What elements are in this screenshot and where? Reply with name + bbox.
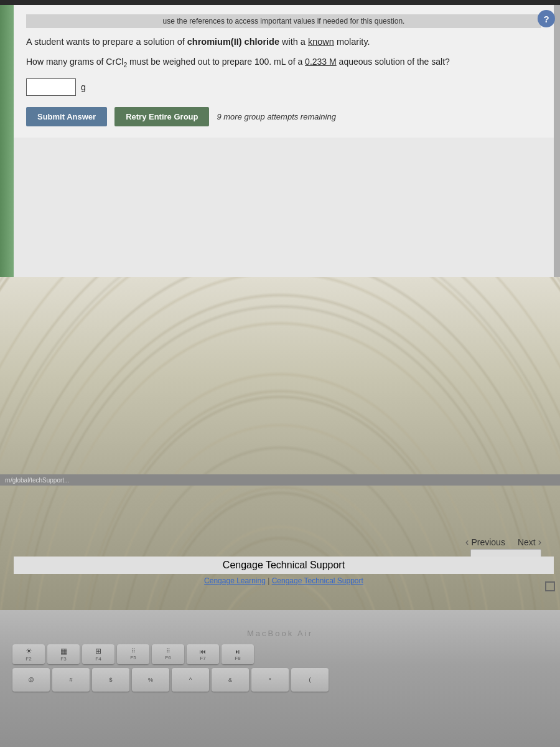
answer-input[interactable] (26, 78, 76, 96)
cengage-tech-support-btn[interactable]: Cengage Technical Support (14, 557, 554, 574)
open-paren-key[interactable]: ( (291, 668, 329, 692)
keyboard-rows: ☀ F2 ▦ F3 ⊞ F4 ⠿ F5 ⠿ F6 ⏮ F7 (12, 644, 548, 695)
browser-bar: rn/global/techSupport... (0, 474, 560, 486)
keyboard-area: MacBook Air ☀ F2 ▦ F3 ⊞ F4 ⠿ F5 ⠿ F6 (0, 610, 560, 747)
bottom-nav: ‹ Previous Next › (14, 537, 554, 548)
screen: › use the references to access important… (0, 0, 560, 610)
attempts-text: 9 more group attempts remaining (217, 112, 335, 121)
apps-icon: ⊞ (95, 647, 101, 655)
unit-label: g (81, 82, 86, 92)
kbd-bright-icon: ⠿ (131, 648, 136, 654)
submit-button[interactable]: Submit Answer (26, 107, 107, 126)
f4-label: F4 (95, 656, 101, 662)
dollar-key[interactable]: $ (92, 668, 129, 692)
underline-known: known (308, 37, 334, 47)
action-row: Submit Answer Retry Entire Group 9 more … (26, 107, 541, 126)
f2-label: F2 (26, 656, 31, 662)
cengage-tech-link[interactable]: Cengage Technical Support (272, 576, 363, 585)
hash-key[interactable]: # (52, 668, 90, 692)
main-key-row: @ # $ % ^ & * ( (12, 668, 548, 692)
cengage-learning-link[interactable]: Cengage Learning (204, 576, 266, 585)
fn-key-f8[interactable]: ⏯ F8 (222, 644, 254, 664)
open-paren-symbol: ( (309, 677, 311, 683)
fn-key-f5[interactable]: ⠿ F5 (117, 644, 149, 664)
f7-label: F7 (200, 655, 205, 661)
previous-button[interactable]: ‹ Previous (465, 537, 505, 548)
previous-label: Previous (471, 537, 505, 547)
chevron-right-icon: › (538, 537, 541, 548)
f3-label: F3 (60, 656, 66, 662)
question-content: use the references to access important v… (14, 5, 554, 138)
next-label: Next (518, 537, 536, 547)
f8-label: F8 (235, 655, 240, 661)
sub-question: How many grams of CrCl2 must be weighed … (26, 55, 541, 70)
answer-row: g (26, 78, 541, 96)
grid-icon: ▦ (60, 647, 67, 655)
ampersand-symbol: & (228, 677, 232, 683)
bold-compound: chromium(II) chloride (187, 37, 279, 47)
cengage-footer: Cengage Technical Support Cengage Learni… (14, 557, 554, 585)
next-button[interactable]: Next › (518, 537, 541, 548)
top-bar (0, 0, 560, 5)
fn-key-f3[interactable]: ▦ F3 (47, 644, 80, 664)
percent-key[interactable]: % (132, 668, 169, 692)
at-symbol: @ (28, 677, 34, 683)
at-key[interactable]: @ (12, 668, 50, 692)
fn-key-f4[interactable]: ⊞ F4 (82, 644, 114, 664)
caret-key[interactable]: ^ (172, 668, 209, 692)
macbook-label: MacBook Air (247, 629, 313, 638)
asterisk-key[interactable]: * (251, 668, 289, 692)
notice-bar: use the references to access important v… (26, 14, 541, 28)
asterisk-symbol: * (269, 677, 271, 683)
cengage-footer-links: Cengage Learning | Cengage Technical Sup… (14, 576, 554, 585)
caret-symbol: ^ (189, 677, 192, 683)
play-pause-icon: ⏯ (235, 648, 241, 655)
f5-label: F5 (130, 655, 136, 660)
fn-key-row: ☀ F2 ▦ F3 ⊞ F4 ⠿ F5 ⠿ F6 ⏮ F7 (12, 644, 548, 664)
dollar-symbol: $ (109, 677, 112, 683)
retry-button[interactable]: Retry Entire Group (114, 107, 209, 126)
notice-text: use the references to access important v… (163, 17, 405, 26)
molarity-value: 0.233 M (305, 57, 337, 67)
content-area: › use the references to access important… (0, 5, 560, 610)
fn-key-f6[interactable]: ⠿ F6 (152, 644, 184, 664)
hash-symbol: # (69, 677, 72, 683)
percent-symbol: % (148, 677, 153, 683)
kbd-bright-hi-icon: ⠿ (166, 648, 170, 654)
ampersand-key[interactable]: & (212, 668, 249, 692)
browser-url: rn/global/techSupport... (5, 477, 69, 484)
brightness-icon: ☀ (26, 647, 32, 655)
fn-key-f7[interactable]: ⏮ F7 (187, 644, 219, 664)
question-intro: A student wants to prepare a solution of… (26, 35, 541, 49)
fn-key-f2[interactable]: ☀ F2 (12, 644, 45, 664)
help-button[interactable]: ? (538, 10, 555, 27)
rewind-icon: ⏮ (200, 648, 206, 655)
chevron-left-icon: ‹ (465, 537, 469, 548)
f6-label: F6 (165, 655, 170, 660)
cengage-tech-support-label: Cengage Technical Support (223, 560, 345, 570)
